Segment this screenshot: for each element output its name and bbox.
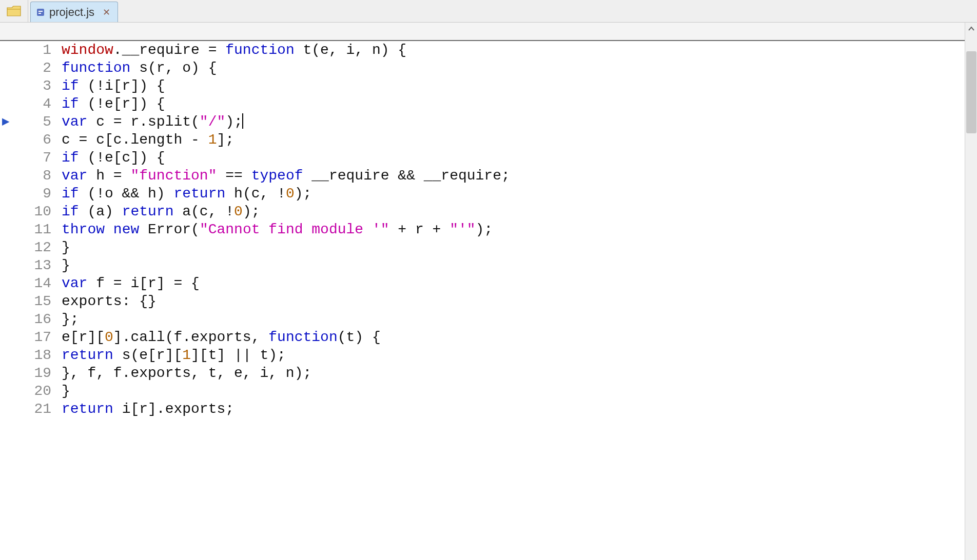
code-line[interactable]: 1window.__require = function t(e, i, n) … [0,41,965,59]
line-code[interactable]: var c = r.split("/"); [62,113,243,131]
tab-project-js[interactable]: project.js ✕ [30,2,118,22]
line-number: 17 [0,328,62,346]
line-code[interactable]: return i[r].exports; [62,400,234,418]
line-number: 7 [0,149,62,167]
line-code[interactable]: } [62,256,70,274]
scroll-thumb[interactable] [966,51,976,133]
line-number: 6 [0,131,62,149]
line-code[interactable]: if (!e[r]) { [62,95,165,113]
code-line[interactable]: 10if (a) return a(c, !0); [0,203,965,221]
close-icon[interactable]: ✕ [103,7,110,18]
line-number: 4 [0,95,62,113]
svg-rect-2 [38,13,41,14]
code-editor[interactable]: ▶ 1window.__require = function t(e, i, n… [0,41,965,560]
code-line[interactable]: 20} [0,382,965,400]
line-code[interactable]: c = c[c.length - 1]; [62,131,234,149]
line-code[interactable]: if (a) return a(c, !0); [62,203,260,221]
line-number: 5 [0,113,62,131]
code-line[interactable]: 19}, f, f.exports, t, e, i, n); [0,364,965,382]
folder-icon [7,5,21,17]
line-code[interactable]: return s(e[r][1][t] || t); [62,346,286,364]
line-number: 9 [0,185,62,203]
code-line[interactable]: 18return s(e[r][1][t] || t); [0,346,965,364]
line-code[interactable]: if (!i[r]) { [62,77,165,95]
line-number: 20 [0,382,62,400]
code-line[interactable]: 8var h = "function" == typeof __require … [0,167,965,185]
line-number: 18 [0,346,62,364]
vertical-scrollbar[interactable] [965,23,977,560]
line-number: 15 [0,292,62,310]
line-number: 14 [0,274,62,292]
line-code[interactable]: } [62,382,70,400]
line-number: 13 [0,256,62,274]
js-file-icon [36,8,45,17]
project-explorer-button[interactable] [0,0,28,22]
line-number: 11 [0,221,62,238]
code-line[interactable]: 17e[r][0].call(f.exports, function(t) { [0,328,965,346]
svg-rect-1 [38,11,43,12]
code-line[interactable]: 7if (!e[c]) { [0,149,965,167]
line-number: 2 [0,59,62,77]
tab-strip: project.js ✕ [0,0,977,23]
line-number: 3 [0,77,62,95]
svg-rect-0 [37,9,44,16]
scroll-up-button[interactable] [965,23,977,35]
ruler-text: |----+----1----+----2---+----3----+----4… [70,23,965,41]
text-caret [242,113,243,129]
code-line[interactable]: 3if (!i[r]) { [0,77,965,95]
code-line[interactable]: 2function s(r, o) { [0,59,965,77]
line-code[interactable]: var f = i[r] = { [62,274,200,292]
line-number: 21 [0,400,62,418]
line-number: 8 [0,167,62,185]
code-line[interactable]: 14var f = i[r] = { [0,274,965,292]
code-line[interactable]: 6c = c[c.length - 1]; [0,131,965,149]
line-code[interactable]: } [62,238,70,256]
code-line[interactable]: 11throw new Error("Cannot find module '"… [0,221,965,238]
line-code[interactable]: window.__require = function t(e, i, n) { [62,41,406,59]
chevron-up-icon [968,26,974,31]
code-line[interactable]: 13} [0,256,965,274]
line-number: 16 [0,310,62,328]
code-line[interactable]: 16}; [0,310,965,328]
code-line[interactable]: 15exports: {} [0,292,965,310]
code-line[interactable]: 5var c = r.split("/"); [0,113,965,131]
tab-label: project.js [49,6,94,19]
code-line[interactable]: 4if (!e[r]) { [0,95,965,113]
line-code[interactable]: exports: {} [62,292,157,310]
code-line[interactable]: 21return i[r].exports; [0,400,965,418]
line-number: 1 [0,41,62,59]
line-code[interactable]: if (!e[c]) { [62,149,165,167]
line-number: 10 [0,203,62,221]
line-code[interactable]: e[r][0].call(f.exports, function(t) { [62,328,381,346]
code-line[interactable]: 12} [0,238,965,256]
line-number: 12 [0,238,62,256]
line-code[interactable]: var h = "function" == typeof __require &… [62,167,510,185]
line-code[interactable]: throw new Error("Cannot find module '" +… [62,221,493,238]
column-ruler: |----+----1----+----2---+----3----+----4… [0,23,977,41]
line-code[interactable]: }; [62,310,79,328]
line-code[interactable]: function s(r, o) { [62,59,217,77]
line-code[interactable]: if (!o && h) return h(c, !0); [62,185,311,203]
code-line[interactable]: 9if (!o && h) return h(c, !0); [0,185,965,203]
line-code[interactable]: }, f, f.exports, t, e, i, n); [62,364,311,382]
code-lines[interactable]: 1window.__require = function t(e, i, n) … [0,41,965,418]
line-number: 19 [0,364,62,382]
